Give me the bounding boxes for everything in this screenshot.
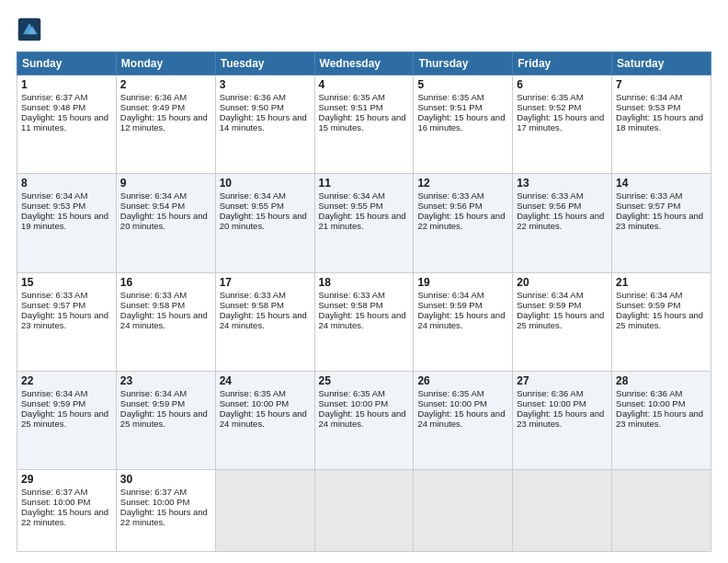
- daylight-text: Daylight: 15 hours and 25 minutes.: [616, 310, 703, 330]
- calendar-cell: 19Sunrise: 6:34 AMSunset: 9:59 PMDayligh…: [414, 272, 513, 371]
- day-header-thursday: Thursday: [414, 52, 513, 75]
- calendar-cell: 28Sunrise: 6:36 AMSunset: 10:00 PMDaylig…: [612, 372, 711, 470]
- calendar-week-2: 8Sunrise: 6:34 AMSunset: 9:53 PMDaylight…: [17, 174, 711, 272]
- sunrise-text: Sunrise: 6:37 AM: [21, 92, 87, 102]
- day-number: 20: [517, 276, 608, 289]
- day-number: 28: [616, 374, 707, 387]
- calendar-cell: [215, 470, 314, 552]
- sunset-text: Sunset: 9:59 PM: [417, 300, 482, 310]
- day-number: 21: [616, 276, 707, 289]
- sunrise-text: Sunrise: 6:35 AM: [220, 388, 286, 398]
- sunset-text: Sunset: 10:00 PM: [616, 398, 686, 408]
- sunrise-text: Sunrise: 6:33 AM: [517, 190, 583, 201]
- day-number: 2: [120, 78, 211, 91]
- day-number: 4: [319, 78, 410, 91]
- sunset-text: Sunset: 9:58 PM: [120, 300, 185, 310]
- calendar-cell: 16Sunrise: 6:33 AMSunset: 9:58 PMDayligh…: [116, 272, 215, 371]
- daylight-text: Daylight: 15 hours and 22 minutes.: [517, 211, 604, 231]
- day-number: 9: [120, 177, 211, 190]
- calendar-week-3: 15Sunrise: 6:33 AMSunset: 9:57 PMDayligh…: [17, 272, 711, 371]
- sunrise-text: Sunrise: 6:36 AM: [517, 388, 583, 398]
- sunset-text: Sunset: 10:00 PM: [21, 497, 91, 507]
- sunset-text: Sunset: 9:59 PM: [21, 398, 85, 408]
- day-number: 8: [21, 177, 112, 190]
- day-number: 24: [220, 374, 311, 387]
- daylight-text: Daylight: 15 hours and 25 minutes.: [517, 310, 604, 330]
- sunset-text: Sunset: 9:55 PM: [220, 201, 284, 211]
- sunset-text: Sunset: 9:56 PM: [417, 201, 482, 211]
- calendar-cell: 30Sunrise: 6:37 AMSunset: 10:00 PMDaylig…: [116, 470, 215, 552]
- daylight-text: Daylight: 15 hours and 23 minutes.: [517, 408, 604, 429]
- sunrise-text: Sunrise: 6:34 AM: [120, 388, 187, 398]
- daylight-text: Daylight: 15 hours and 24 minutes.: [220, 310, 307, 330]
- calendar-cell: 8Sunrise: 6:34 AMSunset: 9:53 PMDaylight…: [17, 174, 117, 272]
- sunset-text: Sunset: 9:59 PM: [616, 300, 680, 310]
- daylight-text: Daylight: 15 hours and 22 minutes.: [21, 507, 108, 527]
- day-number: 14: [616, 177, 707, 190]
- day-number: 12: [417, 177, 508, 190]
- daylight-text: Daylight: 15 hours and 23 minutes.: [21, 310, 108, 330]
- sunset-text: Sunset: 9:56 PM: [517, 201, 581, 211]
- day-number: 16: [120, 276, 211, 289]
- day-number: 30: [120, 473, 211, 486]
- sunset-text: Sunset: 9:59 PM: [517, 300, 581, 310]
- calendar-cell: 20Sunrise: 6:34 AMSunset: 9:59 PMDayligh…: [513, 272, 612, 371]
- daylight-text: Daylight: 15 hours and 15 minutes.: [319, 112, 406, 132]
- calendar-cell: [314, 470, 414, 552]
- day-header-saturday: Saturday: [612, 52, 711, 75]
- calendar-cell: 13Sunrise: 6:33 AMSunset: 9:56 PMDayligh…: [513, 174, 612, 272]
- sunrise-text: Sunrise: 6:33 AM: [21, 290, 87, 300]
- calendar-cell: 23Sunrise: 6:34 AMSunset: 9:59 PMDayligh…: [116, 372, 215, 470]
- daylight-text: Daylight: 15 hours and 19 minutes.: [21, 211, 108, 231]
- sunrise-text: Sunrise: 6:34 AM: [220, 190, 286, 201]
- daylight-text: Daylight: 15 hours and 23 minutes.: [616, 211, 703, 231]
- calendar-cell: 12Sunrise: 6:33 AMSunset: 9:56 PMDayligh…: [414, 174, 513, 272]
- calendar-cell: 27Sunrise: 6:36 AMSunset: 10:00 PMDaylig…: [513, 372, 612, 470]
- calendar-cell: 3Sunrise: 6:36 AMSunset: 9:50 PMDaylight…: [215, 75, 314, 174]
- sunset-text: Sunset: 10:00 PM: [417, 398, 487, 408]
- daylight-text: Daylight: 15 hours and 11 minutes.: [21, 112, 108, 132]
- calendar-cell: 7Sunrise: 6:34 AMSunset: 9:53 PMDaylight…: [612, 75, 711, 174]
- sunrise-text: Sunrise: 6:33 AM: [417, 190, 483, 201]
- daylight-text: Daylight: 15 hours and 12 minutes.: [120, 112, 208, 132]
- day-number: 29: [21, 473, 112, 486]
- calendar-cell: 25Sunrise: 6:35 AMSunset: 10:00 PMDaylig…: [314, 372, 414, 470]
- sunrise-text: Sunrise: 6:37 AM: [21, 487, 87, 497]
- day-header-sunday: Sunday: [17, 52, 117, 75]
- calendar-cell: 18Sunrise: 6:33 AMSunset: 9:58 PMDayligh…: [314, 272, 414, 371]
- calendar-cell: 14Sunrise: 6:33 AMSunset: 9:57 PMDayligh…: [612, 174, 711, 272]
- sunrise-text: Sunrise: 6:34 AM: [616, 92, 682, 102]
- day-number: 25: [319, 374, 410, 387]
- calendar-cell: 29Sunrise: 6:37 AMSunset: 10:00 PMDaylig…: [17, 470, 117, 552]
- daylight-text: Daylight: 15 hours and 24 minutes.: [417, 408, 505, 429]
- sunset-text: Sunset: 9:57 PM: [21, 300, 85, 310]
- daylight-text: Daylight: 15 hours and 22 minutes.: [417, 211, 505, 231]
- daylight-text: Daylight: 15 hours and 20 minutes.: [220, 211, 307, 231]
- daylight-text: Daylight: 15 hours and 24 minutes.: [120, 310, 208, 330]
- sunrise-text: Sunrise: 6:34 AM: [319, 190, 385, 201]
- day-number: 10: [220, 177, 311, 190]
- sunrise-text: Sunrise: 6:37 AM: [120, 487, 187, 497]
- sunrise-text: Sunrise: 6:35 AM: [319, 92, 385, 102]
- calendar-cell: 1Sunrise: 6:37 AMSunset: 9:48 PMDaylight…: [17, 75, 117, 174]
- calendar-week-4: 22Sunrise: 6:34 AMSunset: 9:59 PMDayligh…: [17, 372, 711, 470]
- day-number: 17: [220, 276, 311, 289]
- daylight-text: Daylight: 15 hours and 20 minutes.: [120, 211, 208, 231]
- day-number: 3: [220, 78, 311, 91]
- calendar-header-row: SundayMondayTuesdayWednesdayThursdayFrid…: [17, 52, 711, 75]
- sunset-text: Sunset: 9:52 PM: [517, 102, 581, 112]
- sunrise-text: Sunrise: 6:34 AM: [120, 190, 187, 201]
- sunrise-text: Sunrise: 6:33 AM: [319, 290, 385, 300]
- day-number: 19: [417, 276, 508, 289]
- calendar-cell: 17Sunrise: 6:33 AMSunset: 9:58 PMDayligh…: [215, 272, 314, 371]
- sunrise-text: Sunrise: 6:34 AM: [21, 190, 87, 201]
- sunset-text: Sunset: 10:00 PM: [120, 497, 190, 507]
- sunset-text: Sunset: 9:51 PM: [319, 102, 383, 112]
- sunrise-text: Sunrise: 6:34 AM: [417, 290, 483, 300]
- calendar-cell: 24Sunrise: 6:35 AMSunset: 10:00 PMDaylig…: [215, 372, 314, 470]
- day-number: 11: [319, 177, 410, 190]
- sunrise-text: Sunrise: 6:34 AM: [616, 290, 682, 300]
- sunrise-text: Sunrise: 6:35 AM: [517, 92, 583, 102]
- sunrise-text: Sunrise: 6:35 AM: [417, 92, 483, 102]
- sunrise-text: Sunrise: 6:36 AM: [220, 92, 286, 102]
